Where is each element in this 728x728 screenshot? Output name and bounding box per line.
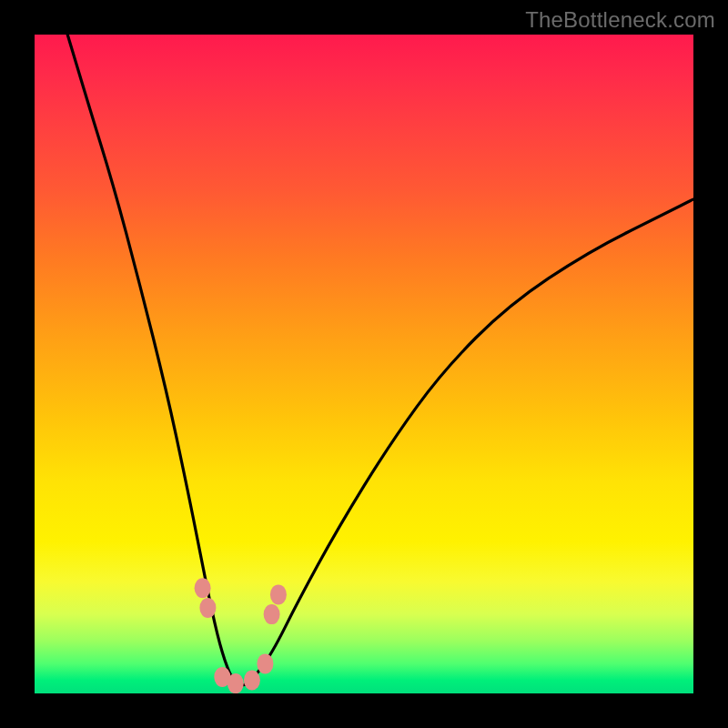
right-upper-tick: [270, 584, 287, 604]
curve-svg: [35, 35, 693, 693]
valley-right-dot: [244, 671, 260, 691]
plot-area: [35, 35, 693, 693]
valley-mid-dot: [228, 673, 244, 693]
left-lower-tick: [199, 598, 216, 618]
left-upper-tick: [195, 578, 211, 598]
valley-far-right: [257, 653, 273, 673]
right-lower-tick: [264, 604, 280, 624]
watermark-text: TheBottleneck.com: [525, 7, 715, 33]
chart-frame: TheBottleneck.com: [0, 0, 728, 728]
bottleneck-curve: [67, 35, 693, 685]
